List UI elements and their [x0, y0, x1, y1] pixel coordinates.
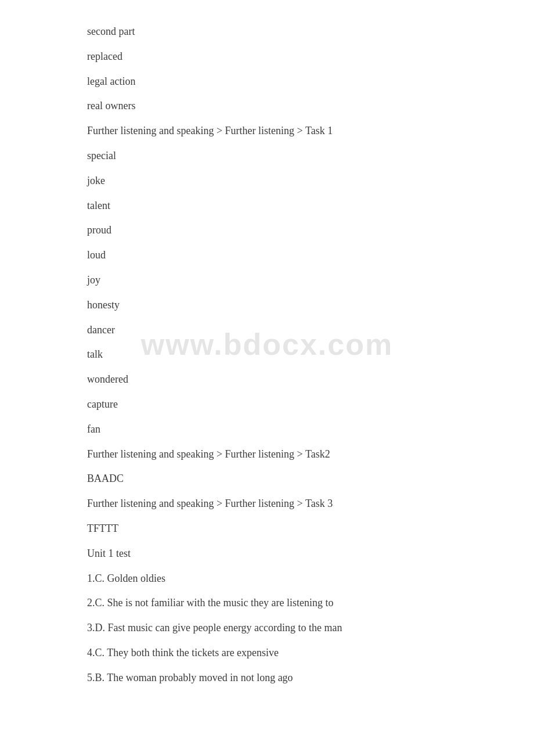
list-item: TFTTT	[87, 520, 447, 537]
list-item: joke	[87, 172, 447, 189]
list-item: Further listening and speaking > Further…	[87, 495, 447, 512]
list-item: capture	[87, 396, 447, 413]
list-item: second part	[87, 23, 447, 40]
list-item: Further listening and speaking > Further…	[87, 446, 447, 463]
list-item: 3.D. Fast music can give people energy a…	[87, 620, 447, 636]
list-item: BAADC	[87, 470, 447, 487]
list-item: dancer	[87, 322, 447, 339]
list-item: 1.C. Golden oldies	[87, 570, 447, 587]
list-item: talk	[87, 346, 447, 363]
list-item: legal action	[87, 73, 447, 90]
list-item: 4.C. They both think the tickets are exp…	[87, 645, 447, 661]
items-container: second partreplacedlegal actionreal owne…	[87, 23, 447, 686]
list-item: Further listening and speaking > Further…	[87, 123, 447, 139]
list-item: honesty	[87, 297, 447, 314]
list-item: loud	[87, 247, 447, 264]
list-item: 2.C. She is not familiar with the music …	[87, 595, 447, 611]
list-item: proud	[87, 222, 447, 239]
list-item: fan	[87, 421, 447, 438]
list-item: wondered	[87, 371, 447, 388]
list-item: talent	[87, 197, 447, 214]
list-item: replaced	[87, 48, 447, 65]
list-item: joy	[87, 272, 447, 289]
list-item: 5.B. The woman probably moved in not lon…	[87, 669, 447, 686]
page-container: www.bdocx.com second partreplacedlegal a…	[0, 0, 534, 718]
list-item: real owners	[87, 98, 447, 114]
list-item: Unit 1 test	[87, 545, 447, 562]
list-item: special	[87, 147, 447, 164]
